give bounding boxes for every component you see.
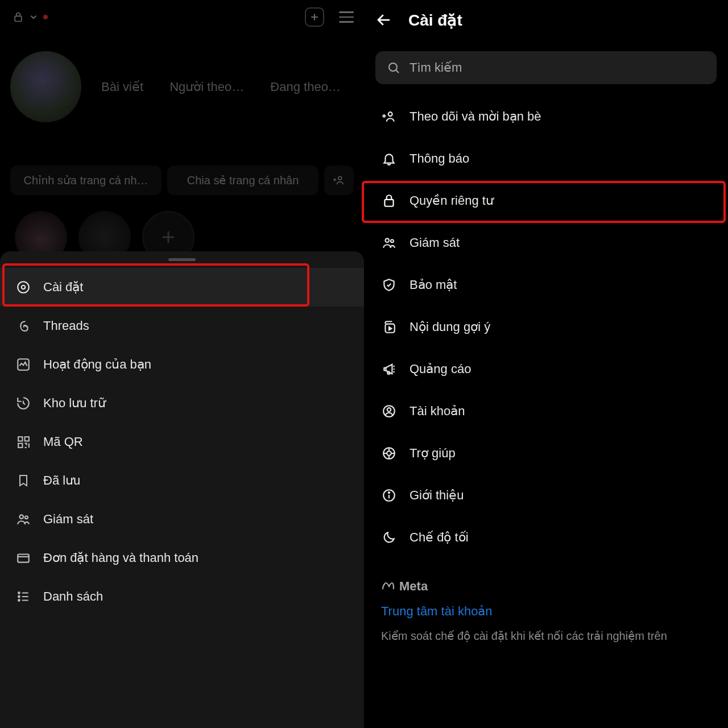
settings-item-notifications[interactable]: Thông báo <box>364 138 728 180</box>
svg-rect-0 <box>15 16 22 21</box>
profile-header <box>0 0 364 34</box>
account-center-link[interactable]: Trung tâm tài khoản <box>381 604 711 619</box>
sheet-label: Mã QR <box>43 435 83 449</box>
settings-item-supervision[interactable]: Giám sát <box>364 222 728 264</box>
sheet-item-supervision[interactable]: Giám sát <box>0 500 364 539</box>
sheet-label: Danh sách <box>43 589 103 604</box>
qr-icon <box>16 435 31 449</box>
supervision-icon <box>16 512 31 527</box>
meta-label: Meta <box>399 579 428 594</box>
settings-label: Quyền riêng tư <box>410 193 494 208</box>
stat-following[interactable]: Đang theo… <box>270 80 341 94</box>
meta-description: Kiểm soát chế độ cài đặt khi kết nối các… <box>381 628 711 644</box>
meta-icon <box>381 580 395 593</box>
notification-dot <box>43 15 48 19</box>
back-button[interactable] <box>375 11 392 28</box>
threads-icon <box>16 318 31 333</box>
sheet-item-saved[interactable]: Đã lưu <box>0 461 364 500</box>
search-input[interactable]: Tìm kiếm <box>375 51 717 84</box>
svg-point-21 <box>387 408 391 412</box>
avatar[interactable] <box>10 51 81 122</box>
svg-point-25 <box>388 492 390 493</box>
svg-point-12 <box>18 596 20 598</box>
sheet-label: Threads <box>43 318 89 333</box>
bottom-sheet: Cài đặt Threads Hoạt động của bạn Kho lư… <box>0 251 364 728</box>
svg-point-13 <box>18 599 20 601</box>
settings-item-suggested[interactable]: Nội dung gợi ý <box>364 306 728 348</box>
profile-row: Bài viết Người theo… Đang theo… <box>0 34 364 122</box>
svg-point-9 <box>25 516 28 519</box>
svg-point-18 <box>391 239 394 242</box>
search-icon <box>387 61 400 75</box>
sheet-label: Đơn đặt hàng và thanh toán <box>43 551 198 565</box>
gear-icon <box>16 280 31 295</box>
pane-settings: Cài đặt Tìm kiếm Theo dõi và mời bạn bè … <box>364 0 728 728</box>
meta-footer: Meta Trung tâm tài khoản Kiểm soát chế đ… <box>364 563 728 644</box>
svg-rect-6 <box>24 437 28 441</box>
stat-followers[interactable]: Người theo… <box>169 80 244 94</box>
sheet-label: Cài đặt <box>43 280 83 295</box>
hamburger-icon[interactable] <box>339 11 354 23</box>
sheet-item-archive[interactable]: Kho lưu trữ <box>0 384 364 423</box>
media-icon <box>381 319 397 335</box>
svg-rect-16 <box>384 200 393 206</box>
archive-icon <box>16 396 31 411</box>
settings-label: Theo dõi và mời bạn bè <box>410 109 541 124</box>
moon-icon <box>381 530 397 545</box>
sheet-item-threads[interactable]: Threads <box>0 307 364 345</box>
sheet-item-qr[interactable]: Mã QR <box>0 423 364 461</box>
settings-item-follow[interactable]: Theo dõi và mời bạn bè <box>364 96 728 138</box>
sheet-item-list[interactable]: Danh sách <box>0 577 364 616</box>
settings-label: Giám sát <box>410 235 460 250</box>
discover-people-button[interactable] <box>324 166 354 195</box>
sheet-item-activity[interactable]: Hoạt động của bạn <box>0 345 364 384</box>
sheet-label: Đã lưu <box>43 473 80 488</box>
settings-item-privacy[interactable]: Quyền riêng tư <box>364 180 728 222</box>
svg-point-17 <box>386 238 390 242</box>
settings-label: Trợ giúp <box>410 446 456 461</box>
svg-point-3 <box>22 286 26 289</box>
settings-label: Nội dung gợi ý <box>410 320 490 334</box>
supervision-icon <box>381 235 397 251</box>
settings-label: Bảo mật <box>410 278 457 292</box>
person-icon <box>381 403 397 419</box>
edit-profile-button[interactable]: Chỉnh sửa trang cá nh… <box>10 166 162 195</box>
settings-item-about[interactable]: Giới thiệu <box>364 474 728 516</box>
svg-point-2 <box>18 282 29 293</box>
settings-item-dark[interactable]: Chế độ tối <box>364 516 728 559</box>
settings-label: Giới thiệu <box>410 488 464 503</box>
shield-icon <box>381 277 397 293</box>
sheet-label: Hoạt động của bạn <box>43 357 151 372</box>
settings-item-ads[interactable]: Quảng cáo <box>364 348 728 390</box>
stat-posts[interactable]: Bài viết <box>101 80 143 94</box>
sheet-label: Giám sát <box>43 512 93 527</box>
settings-label: Tài khoản <box>410 404 465 419</box>
lock-icon <box>381 193 397 209</box>
page-title: Cài đặt <box>408 11 462 30</box>
svg-rect-5 <box>18 437 22 441</box>
sheet-handle[interactable] <box>168 258 196 261</box>
bell-icon <box>381 151 397 167</box>
megaphone-icon <box>381 361 397 377</box>
share-profile-button[interactable]: Chia sẻ trang cá nhân <box>167 166 318 195</box>
svg-rect-10 <box>18 555 29 562</box>
settings-item-security[interactable]: Bảo mật <box>364 264 728 306</box>
lock-icon <box>13 11 24 23</box>
search-placeholder: Tìm kiếm <box>410 60 462 75</box>
svg-point-1 <box>338 176 342 180</box>
chevron-down-icon[interactable] <box>28 12 39 22</box>
sheet-label: Kho lưu trữ <box>43 396 106 411</box>
info-icon <box>381 487 397 503</box>
create-button[interactable] <box>305 7 324 27</box>
sheet-item-orders[interactable]: Đơn đặt hàng và thanh toán <box>0 539 364 577</box>
add-person-icon <box>381 109 397 125</box>
settings-item-help[interactable]: Trợ giúp <box>364 432 728 474</box>
settings-item-account[interactable]: Tài khoản <box>364 390 728 432</box>
sheet-item-settings[interactable]: Cài đặt <box>0 268 364 307</box>
svg-point-15 <box>388 112 392 116</box>
help-icon <box>381 445 397 461</box>
svg-point-14 <box>389 63 397 71</box>
settings-label: Quảng cáo <box>410 362 471 377</box>
svg-point-8 <box>20 515 24 519</box>
svg-point-23 <box>387 451 391 456</box>
